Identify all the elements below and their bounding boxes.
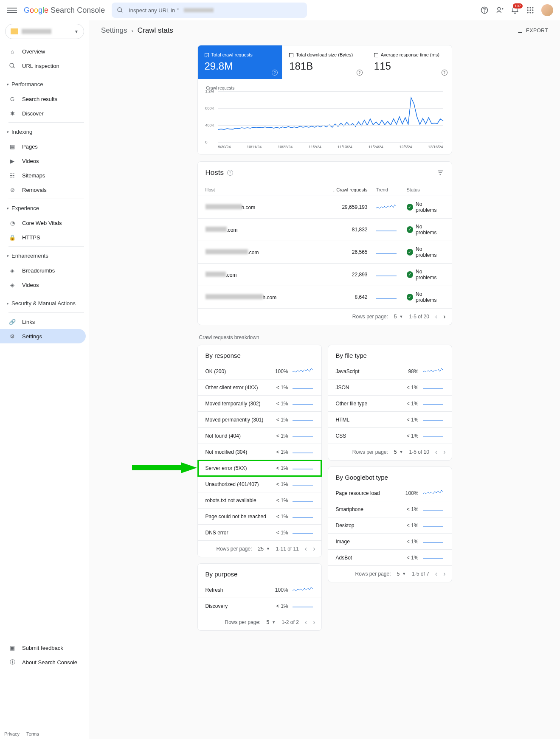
breakdown-row[interactable]: DNS error < 1%	[198, 525, 321, 541]
url-inspect-search[interactable]: Inspect any URL in "	[112, 3, 307, 18]
prev-page-button[interactable]: ‹	[305, 545, 307, 553]
logo[interactable]: Google Search Console	[24, 6, 105, 15]
nav-https[interactable]: 🔒HTTPS	[0, 230, 89, 244]
host-name: h.com	[205, 294, 325, 301]
nav-removals[interactable]: ⊘Removals	[0, 183, 89, 197]
filter-icon[interactable]	[436, 169, 444, 177]
help-icon[interactable]: ?	[442, 70, 447, 76]
avatar[interactable]	[541, 4, 553, 16]
nav-overview[interactable]: ⌂Overview	[0, 44, 89, 59]
breakdown-row[interactable]: robots.txt not available < 1%	[198, 492, 321, 509]
breakdown-row[interactable]: JSON < 1%	[328, 379, 452, 396]
breakdown-row[interactable]: Desktop < 1%	[328, 517, 452, 534]
prev-page-button[interactable]: ‹	[435, 313, 437, 320]
property-selector[interactable]: ▼	[5, 24, 84, 39]
add-user-icon[interactable]	[495, 6, 504, 14]
breakdown-row[interactable]: Moved permanently (301) < 1%	[198, 412, 321, 428]
breakdown-row[interactable]: Not found (404) < 1%	[198, 428, 321, 444]
next-page-button[interactable]: ›	[443, 448, 445, 456]
rows-per-page-select[interactable]: 5 ▼	[394, 449, 403, 455]
breakdown-row[interactable]: Other client error (4XX) < 1%	[198, 379, 321, 396]
host-row[interactable]: .com 26,565 ✓No problems	[198, 241, 452, 264]
breakdown-row[interactable]: Unauthorized (401/407) < 1%	[198, 476, 321, 492]
breakdown-row[interactable]: Page could not be reached < 1%	[198, 509, 321, 525]
nav-submit-feedback[interactable]: ▣Submit feedback	[0, 641, 89, 655]
nav-links[interactable]: 🔗Links	[0, 315, 89, 329]
rows-per-page-select[interactable]: 5 ▼	[394, 314, 403, 320]
prev-page-button[interactable]: ‹	[305, 618, 307, 626]
host-row[interactable]: h.com 29,659,193 ✓No problems	[198, 196, 452, 219]
breakdown-row[interactable]: Other file type < 1%	[328, 396, 452, 412]
breakdown-row[interactable]: Page resource load 100%	[328, 485, 452, 501]
nav-section-experience[interactable]: ▾Experience	[0, 201, 89, 216]
host-row[interactable]: h.com 8,642 ✓No problems	[198, 286, 452, 309]
apps-icon[interactable]	[526, 6, 535, 14]
help-icon[interactable]: ?	[227, 170, 233, 176]
nav-breadcrumbs[interactable]: ◈Breadcrumbs	[0, 263, 89, 278]
breadcrumb-settings[interactable]: Settings	[101, 26, 127, 35]
terms-link[interactable]: Terms	[26, 731, 39, 736]
host-row[interactable]: .com 81,832 ✓No problems	[198, 219, 452, 241]
next-page-button[interactable]: ›	[443, 570, 445, 578]
x-tick-label: 11/24/24	[369, 145, 383, 149]
rows-per-page-select[interactable]: 5 ▼	[267, 619, 276, 625]
export-button[interactable]: EXPORT	[517, 27, 548, 34]
breakdown-row[interactable]: HTML < 1%	[328, 412, 452, 428]
breakdown-row[interactable]: Moved temporarily (302) < 1%	[198, 396, 321, 412]
nav-url-inspection[interactable]: URL inspection	[0, 59, 89, 73]
nav-section-indexing[interactable]: ▾Indexing	[0, 124, 89, 139]
help-icon[interactable]: ?	[357, 70, 363, 76]
nav-videos-enh[interactable]: ◈Videos	[0, 278, 89, 292]
breakdown-row[interactable]: JavaScript 98%	[328, 363, 452, 379]
row-label: HTML	[336, 417, 397, 423]
host-row[interactable]: .com 22,893 ✓No problems	[198, 264, 452, 286]
prev-page-button[interactable]: ‹	[435, 570, 437, 578]
col-requests[interactable]: ↓ Crawl requests	[325, 187, 368, 192]
notifications-icon[interactable]: 107	[511, 6, 519, 14]
stat-value: 181B	[289, 60, 360, 72]
rows-per-page-select[interactable]: 5 ▼	[397, 571, 406, 577]
nav-sitemaps[interactable]: ☷Sitemaps	[0, 168, 89, 183]
breakdown-row[interactable]: Refresh 100%	[198, 582, 321, 598]
nav-section-enhancements[interactable]: ▾Enhancements	[0, 248, 89, 263]
nav-pages[interactable]: ▤Pages	[0, 139, 89, 154]
breakdown-row[interactable]: AdsBot < 1%	[328, 550, 452, 566]
breakdown-row[interactable]: Server error (5XX) < 1%	[198, 460, 321, 476]
help-icon[interactable]: ?	[272, 70, 278, 76]
stat-box[interactable]: Average response time (ms)115?	[367, 45, 452, 79]
gridline	[218, 108, 443, 109]
next-page-button[interactable]: ›	[443, 313, 445, 320]
help-icon[interactable]	[480, 6, 489, 14]
nav-discover[interactable]: ✱Discover	[0, 106, 89, 121]
breakdown-row[interactable]: OK (200) 100%	[198, 363, 321, 379]
privacy-link[interactable]: Privacy	[4, 731, 20, 736]
breakdown-row[interactable]: CSS < 1%	[328, 428, 452, 444]
next-page-button[interactable]: ›	[313, 545, 315, 553]
breakdown-row[interactable]: Not modified (304) < 1%	[198, 444, 321, 460]
breakdown-row[interactable]: Image < 1%	[328, 534, 452, 550]
sparkline	[423, 489, 443, 495]
stat-label: Average response time (ms)	[381, 52, 439, 57]
checkbox-icon	[205, 53, 209, 57]
nav-search-results[interactable]: GSearch results	[0, 92, 89, 106]
breakdown-row[interactable]: Discovery < 1%	[198, 598, 321, 614]
nav-videos[interactable]: ▶Videos	[0, 154, 89, 168]
sparkline	[376, 271, 397, 277]
stat-box[interactable]: Total crawl requests29.8M?	[198, 45, 283, 79]
rows-per-page-select[interactable]: 25 ▼	[258, 546, 270, 552]
gear-icon: ⚙	[8, 332, 16, 340]
next-page-button[interactable]: ›	[313, 618, 315, 626]
nav-about[interactable]: ⓘAbout Search Console	[0, 655, 89, 669]
y-tick-label: 800K	[205, 106, 214, 110]
row-label: Other file type	[336, 401, 397, 407]
sparkline	[423, 554, 443, 560]
breakdown-row[interactable]: Smartphone < 1%	[328, 501, 452, 517]
nav-section-performance[interactable]: ▾Performance	[0, 77, 89, 92]
nav-core-web-vitals[interactable]: ◔Core Web Vitals	[0, 216, 89, 230]
hamburger-menu[interactable]	[7, 5, 17, 15]
stat-box[interactable]: Total download size (Bytes)181B?	[282, 45, 367, 79]
prev-page-button[interactable]: ‹	[435, 448, 437, 456]
nav-settings[interactable]: ⚙Settings	[0, 329, 86, 343]
host-trend	[368, 294, 402, 301]
nav-section-security[interactable]: ▸Security & Manual Actions	[0, 296, 89, 311]
